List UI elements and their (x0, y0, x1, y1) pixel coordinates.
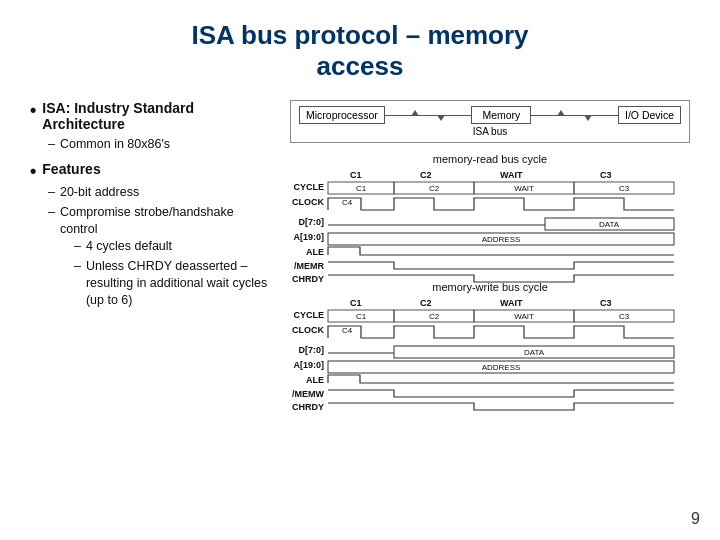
microprocessor-box: Microprocessor (299, 106, 385, 124)
svg-text:WAIT: WAIT (514, 312, 534, 321)
slide: ISA bus protocol – memory access • ISA: … (0, 0, 720, 540)
svg-text:CYCLE: CYCLE (293, 182, 324, 192)
svg-text:C3: C3 (619, 312, 630, 321)
svg-text:CLOCK: CLOCK (292, 325, 324, 335)
features-subsub: – 4 cycles default – Unless CHRDY deasse… (74, 238, 270, 309)
timing-read-svg: C1 C2 WAIT C3 CYCLE C1 C2 WAIT (290, 168, 680, 273)
slide-title: ISA bus protocol – memory access (30, 20, 690, 82)
subsub-1: – 4 cycles default (74, 238, 270, 255)
svg-text:C2: C2 (429, 184, 440, 193)
timing-write-section: memory-write bus cycle C1 C2 WAIT C3 CYC… (290, 281, 690, 401)
bus-arrows-2 (531, 115, 618, 116)
svg-text:A[19:0]: A[19:0] (293, 360, 324, 370)
arrow-down-1 (437, 115, 445, 121)
arrow-up-1 (411, 110, 419, 116)
isa-sub-1-text: Common in 80x86's (60, 136, 170, 153)
features-sub-1-text: 20-bit address (60, 184, 139, 201)
timing-read-section: memory-read bus cycle C1 C2 WAIT C3 CYCL… (290, 153, 690, 273)
bullet-dot-2: • (30, 162, 36, 180)
svg-text:/MEMR: /MEMR (294, 261, 324, 271)
memory-box: Memory (471, 106, 531, 124)
svg-text:WAIT: WAIT (500, 298, 523, 308)
svg-text:DATA: DATA (599, 220, 620, 229)
bullet-features-label: Features (42, 161, 100, 177)
title-line1: ISA bus protocol – memory (191, 20, 528, 50)
arrow-up-2 (557, 110, 565, 116)
svg-text:WAIT: WAIT (514, 184, 534, 193)
svg-text:A[19:0]: A[19:0] (293, 232, 324, 242)
title-line2: access (317, 51, 404, 81)
left-panel: • ISA: Industry Standard Architecture – … (30, 100, 270, 319)
page-number: 9 (691, 510, 700, 528)
features-sub-2: – Compromise strobe/handshake control – … (48, 204, 270, 311)
right-panel: Microprocessor Memory (290, 100, 690, 409)
svg-text:C3: C3 (619, 184, 630, 193)
timing-write-title: memory-write bus cycle (290, 281, 690, 293)
subsub-1-text: 4 cycles default (86, 238, 172, 255)
svg-text:CHRDY: CHRDY (292, 274, 324, 284)
svg-text:C2: C2 (420, 170, 432, 180)
arrow-down-2 (584, 115, 592, 121)
svg-text:WAIT: WAIT (500, 170, 523, 180)
bus-diagram: Microprocessor Memory (290, 100, 690, 143)
content-area: • ISA: Industry Standard Architecture – … (30, 100, 690, 409)
svg-text:ALE: ALE (306, 375, 324, 385)
subsub-2: – Unless CHRDY deasserted – resulting in… (74, 258, 270, 309)
bullet-features: • Features – 20-bit address – Compromise… (30, 161, 270, 311)
svg-text:C1: C1 (350, 170, 362, 180)
svg-text:C1: C1 (350, 298, 362, 308)
svg-text:C3: C3 (600, 298, 612, 308)
svg-text:C4: C4 (342, 198, 353, 207)
bullet-dot-1: • (30, 101, 36, 119)
subsub-2-text: Unless CHRDY deasserted – resulting in a… (86, 258, 270, 309)
timing-write-svg: C1 C2 WAIT C3 CYCLE C1 C2 WAIT C3 CLOCK … (290, 296, 680, 401)
svg-text:D[7:0]: D[7:0] (298, 217, 324, 227)
svg-text:C3: C3 (600, 170, 612, 180)
svg-text:ADDRESS: ADDRESS (482, 363, 521, 372)
bullet-isa: • ISA: Industry Standard Architecture – … (30, 100, 270, 153)
features-sub-2-text: Compromise strobe/handshake control (60, 205, 234, 236)
svg-text:CLOCK: CLOCK (292, 197, 324, 207)
isa-bus-label: ISA bus (299, 126, 681, 137)
svg-text:C4: C4 (342, 326, 353, 335)
svg-text:CHRDY: CHRDY (292, 402, 324, 412)
bus-line-2 (531, 115, 618, 116)
svg-text:/MEMW: /MEMW (292, 389, 324, 399)
svg-text:C2: C2 (429, 312, 440, 321)
timing-read-title: memory-read bus cycle (290, 153, 690, 165)
svg-text:CYCLE: CYCLE (293, 310, 324, 320)
isa-sub-1: – Common in 80x86's (48, 136, 270, 153)
svg-text:D[7:0]: D[7:0] (298, 345, 324, 355)
bullet-isa-label: ISA: Industry Standard Architecture (42, 100, 270, 132)
features-sub-1: – 20-bit address (48, 184, 270, 201)
svg-text:C1: C1 (356, 184, 367, 193)
svg-text:C1: C1 (356, 312, 367, 321)
bus-arrows-1 (385, 115, 472, 116)
bus-boxes-row: Microprocessor Memory (299, 106, 681, 124)
svg-text:ADDRESS: ADDRESS (482, 235, 521, 244)
svg-text:C2: C2 (420, 298, 432, 308)
svg-text:ALE: ALE (306, 247, 324, 257)
bus-line-1 (385, 115, 472, 116)
io-device-box: I/O Device (618, 106, 681, 124)
svg-text:DATA: DATA (524, 348, 545, 357)
